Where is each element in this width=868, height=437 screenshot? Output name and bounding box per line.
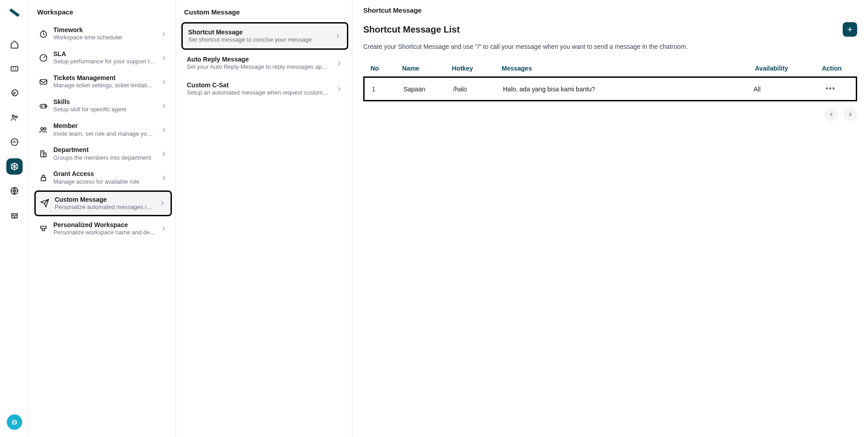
lock-icon [39,173,48,182]
table-row[interactable]: 1Sapaan/haloHalo, ada yang bisa kami ban… [363,76,857,101]
rail-users[interactable] [6,109,23,126]
rail-globe[interactable] [6,183,23,199]
gauge-icon [39,53,48,62]
app-logo [8,6,21,19]
workspace-item-title: Skills [53,98,155,106]
rail-analytics[interactable] [6,134,23,150]
cm-item-shortcut-message[interactable]: Shortcut MessageSet shortcut message to … [181,22,348,50]
icon-rail [0,0,29,437]
chevron-right-icon [160,225,167,232]
workspace-title: Workspace [34,6,172,22]
brush-icon [39,224,48,233]
cm-item-auto-reply-message[interactable]: Auto Reply MessageSet your Auto Reply Me… [181,51,348,76]
chevron-right-icon [160,174,167,181]
custom-message-title: Custom Message [181,6,348,22]
cell-hotkey: /halo [453,86,503,93]
workspace-item-timework[interactable]: TimeworkWorkspace time scheduler [34,22,172,45]
cell-availability: All [754,86,812,93]
workspace-item-title: Custom Message [55,195,153,204]
rail-home[interactable] [6,36,23,52]
chevron-right-icon [160,150,167,157]
pagination [363,108,857,121]
chevron-right-icon [336,86,343,93]
svg-rect-17 [44,153,46,157]
workspace-item-sub: Workspace time scheduler [53,34,155,42]
list-description: Create your Shortcut Message and use "/"… [363,43,857,50]
chevron-right-icon [160,78,167,86]
svg-point-6 [13,422,14,423]
chevron-right-icon [159,200,166,207]
rail-settings[interactable] [6,158,23,175]
rail-chat[interactable] [6,85,23,101]
workspace-item-sub: Invite team, set role and manage you... [53,130,155,138]
people-icon [39,125,48,134]
workspace-item-sub: Personalize workspace name and de... [53,229,155,237]
shortcut-table: No Name Hotkey Messages Availability Act… [363,60,857,101]
cm-item-title: Custom C-Sat [187,81,330,89]
svg-point-13 [45,106,46,107]
send-icon [40,199,49,208]
cm-item-title: Auto Reply Message [187,55,330,63]
chevron-right-icon [160,30,167,38]
th-action: Action [814,65,850,72]
workspace-item-sub: Setup performance for your support t... [53,58,155,66]
chevron-right-icon [160,126,167,133]
workspace-item-member[interactable]: MemberInvite team, set role and manage y… [34,118,172,141]
gamepad-icon [39,101,48,110]
workspace-item-sla[interactable]: SLASetup performance for your support t.… [34,46,172,69]
cm-item-title: Shortcut Message [188,28,329,36]
table-header: No Name Hotkey Messages Availability Act… [363,60,857,76]
pager-prev-button[interactable] [825,108,838,121]
clock-icon [39,29,48,38]
svg-point-15 [44,128,46,130]
th-no: No [370,65,402,72]
custom-message-panel: Custom Message Shortcut MessageSet short… [176,0,352,437]
workspace-item-title: SLA [53,50,155,58]
main-panel: Shortcut Message Shortcut Message List C… [352,0,868,437]
row-action-menu[interactable]: ••• [812,84,849,94]
cm-item-custom-c-sat[interactable]: Custom C-SatSetup an automated message w… [181,76,348,101]
workspace-item-sub: Manage access for available role [53,178,155,186]
chevron-right-icon [336,60,343,67]
workspace-item-tickets-management[interactable]: Tickets ManagementManage ticket settings… [34,70,172,93]
cm-item-sub: Set shortcut message to concise your mes… [188,36,329,44]
workspace-item-sub: Groups the members into department [53,154,155,162]
workspace-item-title: Personalized Workspace [53,221,155,229]
workspace-item-department[interactable]: DepartmentGroups the members into depart… [34,142,172,165]
workspace-item-personalized-workspace[interactable]: Personalized WorkspacePersonalize worksp… [34,217,172,240]
cell-no: 1 [372,86,403,93]
list-title: Shortcut Message List [363,24,460,35]
workspace-item-grant-access[interactable]: Grant AccessManage access for available … [34,166,172,189]
chevron-right-icon [160,102,167,109]
workspace-item-title: Member [53,122,155,130]
add-shortcut-button[interactable] [843,22,857,37]
th-availability: Availability [755,65,814,72]
workspace-panel: Workspace TimeworkWorkspace time schedul… [29,0,176,437]
th-messages: Messages [502,65,755,72]
cm-item-sub: Set your Auto Reply Message to reply mes… [187,63,330,71]
chevron-right-icon [334,33,342,40]
workspace-item-title: Timework [53,26,155,34]
workspace-item-title: Department [53,146,155,154]
rail-store[interactable] [6,207,23,223]
rail-ticket[interactable] [6,61,23,77]
building-icon [39,149,48,158]
svg-rect-10 [40,80,47,84]
pager-next-button[interactable] [844,108,857,121]
th-hotkey: Hotkey [452,65,502,72]
chevron-right-icon [160,54,167,62]
main-breadcrumb: Shortcut Message [363,6,857,14]
svg-point-7 [15,422,16,423]
workspace-item-sub: Setup skill for specific agent [53,106,155,114]
svg-rect-18 [41,177,46,181]
workspace-item-title: Tickets Management [53,74,155,82]
workspace-item-custom-message[interactable]: Custom MessagePersonalize automated mess… [34,190,172,216]
mail-icon [39,77,48,86]
svg-point-14 [41,128,43,130]
cell-messages: Halo, ada yang bisa kami bantu? [503,86,754,93]
workspace-item-sub: Personalize automated messages ins... [55,204,153,211]
rail-avatar[interactable] [7,414,22,430]
svg-rect-0 [11,66,18,71]
svg-point-1 [12,115,14,117]
workspace-item-skills[interactable]: SkillsSetup skill for specific agent [34,94,172,117]
